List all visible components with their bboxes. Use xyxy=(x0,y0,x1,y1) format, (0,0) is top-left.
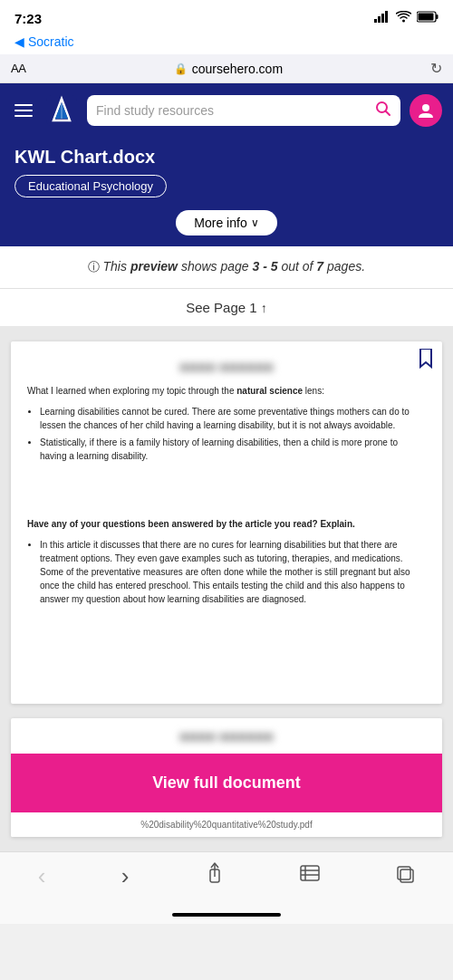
doc-title: KWL Chart.docx xyxy=(14,147,439,168)
svg-rect-21 xyxy=(400,870,413,882)
svg-rect-3 xyxy=(385,11,388,23)
bottom-nav: ‹ › xyxy=(0,851,453,906)
preview-pages-label: pages. xyxy=(327,259,365,274)
back-arrow-icon: ◀ xyxy=(14,34,24,49)
category-badge[interactable]: Educational Psychology xyxy=(14,175,167,197)
preview-out-of: out of xyxy=(281,259,316,274)
section-heading-1: What I learned when exploring my topic t… xyxy=(27,384,426,398)
more-info-label: More info xyxy=(194,216,246,230)
battery-icon xyxy=(417,10,439,26)
section-heading-2: Have any of your questions been answered… xyxy=(27,517,426,531)
status-bar: 7:23 xyxy=(0,0,453,33)
url-container[interactable]: 🔒 coursehero.com xyxy=(26,62,430,76)
search-bar[interactable]: Find study resources xyxy=(87,95,400,126)
tabs-button[interactable] xyxy=(384,860,426,893)
svg-point-4 xyxy=(402,20,405,23)
address-aa[interactable]: AA xyxy=(11,62,26,75)
address-bar: AA 🔒 coursehero.com ↻ xyxy=(0,54,453,83)
chevron-down-icon: ∨ xyxy=(251,216,259,229)
see-page-label: See Page 1 xyxy=(186,300,256,315)
preview-text-shows: shows page xyxy=(181,259,253,274)
svg-rect-7 xyxy=(419,14,434,21)
info-circle-icon: ⓘ xyxy=(88,260,103,274)
see-page-bar[interactable]: See Page 1 ↑ xyxy=(0,289,453,327)
up-arrow-icon: ↑ xyxy=(261,301,267,315)
doc-page-2-header: ◼◼◼◼ ◼◼◼◼◼◼ xyxy=(11,718,442,754)
svg-point-13 xyxy=(422,104,429,111)
para-1: In this article it discusses that there … xyxy=(40,538,426,606)
signal-icon xyxy=(374,11,390,25)
svg-rect-6 xyxy=(436,14,439,19)
more-info-button[interactable]: More info ∨ xyxy=(176,210,276,235)
status-icons xyxy=(374,10,439,26)
view-full-document-button[interactable]: View full document xyxy=(11,754,442,812)
svg-rect-0 xyxy=(374,19,377,23)
document-container: ◼◼◼◼ ◼◼◼◼◼◼ What I learned when explorin… xyxy=(0,327,453,851)
document-page: ◼◼◼◼ ◼◼◼◼◼◼ What I learned when explorin… xyxy=(11,341,442,704)
wifi-icon xyxy=(396,11,411,25)
lock-icon: 🔒 xyxy=(174,62,188,75)
share-button[interactable] xyxy=(194,859,236,895)
doc-url-text: %20disability%20quantitative%20study.pdf xyxy=(140,820,312,830)
page-content: What I learned when exploring my topic t… xyxy=(27,384,426,606)
bullet-item-2: Statistically, if there is a family hist… xyxy=(40,436,426,463)
back-nav-button: ‹ xyxy=(27,859,57,894)
svg-line-12 xyxy=(386,111,390,116)
logo xyxy=(45,94,78,127)
bullet-list-2: In this article it discusses that there … xyxy=(27,538,426,606)
page-blurred-header: ◼◼◼◼ ◼◼◼◼◼◼ xyxy=(27,360,426,373)
bullet-item-1: Learning disabilities cannot be cured. T… xyxy=(40,405,426,432)
doc-url: %20disability%20quantitative%20study.pdf xyxy=(11,812,442,837)
more-info-bar: More info ∨ xyxy=(0,210,453,246)
hamburger-menu[interactable] xyxy=(11,101,36,120)
user-icon-button[interactable] xyxy=(410,94,442,127)
preview-text-preview: preview xyxy=(130,259,178,274)
preview-info: ⓘ This preview shows page 3 - 5 out of 7… xyxy=(0,246,453,289)
search-icon[interactable] xyxy=(375,101,391,120)
back-label: Socratic xyxy=(28,34,74,49)
svg-rect-20 xyxy=(398,867,410,879)
svg-rect-16 xyxy=(301,866,319,880)
address-url: coursehero.com xyxy=(192,62,283,76)
svg-rect-2 xyxy=(381,14,384,23)
forward-nav-button[interactable]: › xyxy=(111,859,140,894)
home-indicator-bar xyxy=(0,906,453,924)
bullet-list-1: Learning disabilities cannot be cured. T… xyxy=(27,405,426,463)
back-bar[interactable]: ◀ Socratic xyxy=(0,33,453,54)
home-indicator xyxy=(172,913,281,917)
status-time: 7:23 xyxy=(14,11,42,26)
preview-text-this: This xyxy=(103,259,127,274)
bookmarks-button[interactable] xyxy=(289,860,331,893)
doc-header: KWL Chart.docx Educational Psychology xyxy=(0,138,453,210)
reload-icon[interactable]: ↻ xyxy=(430,60,442,77)
preview-pages: 3 - 5 xyxy=(253,259,278,274)
search-placeholder: Find study resources xyxy=(96,103,370,118)
preview-total: 7 xyxy=(316,259,323,274)
document-page-2: ◼◼◼◼ ◼◼◼◼◼◼ View full document %20disabi… xyxy=(11,718,442,837)
svg-rect-1 xyxy=(378,16,381,23)
nav-bar: Find study resources xyxy=(0,83,453,138)
